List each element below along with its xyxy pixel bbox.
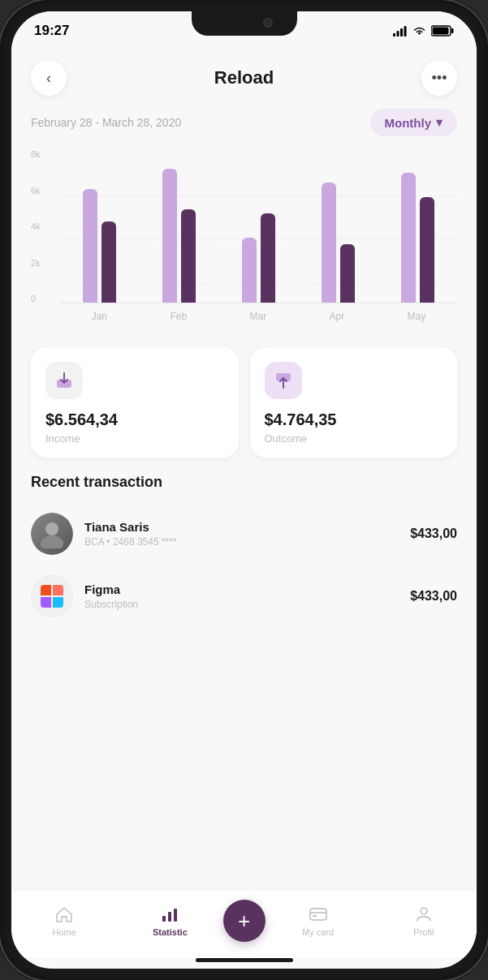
figma-color-4 xyxy=(53,597,63,608)
nav-label-mycard: My card xyxy=(302,927,334,937)
bar-group-mar xyxy=(242,213,275,303)
svg-rect-12 xyxy=(168,912,171,922)
svg-rect-5 xyxy=(451,28,454,33)
more-button[interactable]: ••• xyxy=(421,60,457,96)
figma-color-2 xyxy=(53,585,63,595)
bottom-nav: Home Statistic + My card xyxy=(11,889,477,958)
person-silhouette xyxy=(39,519,65,548)
svg-rect-14 xyxy=(310,909,326,920)
transaction-item-tiana[interactable]: Tiana Saris BCA • 2468 3545 **** $433,00 xyxy=(11,502,477,565)
outcome-amount: $4.764,35 xyxy=(265,410,443,429)
figma-color-3 xyxy=(41,597,51,608)
home-indicator xyxy=(196,958,293,962)
x-label-feb: Feb xyxy=(170,311,187,322)
svg-rect-13 xyxy=(174,909,177,922)
x-label-apr: Apr xyxy=(330,311,345,322)
bar-group-jan xyxy=(83,189,116,303)
income-icon-wrap xyxy=(45,362,83,399)
chart-bars xyxy=(60,149,457,303)
outcome-card: $4.764,35 Outcome xyxy=(250,347,458,458)
battery-icon xyxy=(431,25,454,37)
y-label-2k: 2k xyxy=(31,258,55,268)
bar-may-dark xyxy=(420,197,434,303)
figma-amount: $433,00 xyxy=(410,589,457,604)
outcome-label: Outcome xyxy=(265,432,443,445)
front-camera xyxy=(263,18,273,28)
bar-mar-light xyxy=(242,238,257,303)
svg-rect-6 xyxy=(433,28,449,35)
plus-icon: + xyxy=(238,909,250,934)
phone-frame: 19:27 xyxy=(0,0,488,980)
bar-jan-light xyxy=(83,189,97,303)
recent-transactions-title: Recent transaction xyxy=(11,474,477,502)
chart-x-labels: Jan Feb Mar Apr May xyxy=(60,305,457,328)
y-label-0: 0 xyxy=(31,294,55,303)
tiana-amount: $433,00 xyxy=(410,527,457,541)
svg-rect-16 xyxy=(313,915,317,917)
outcome-icon-wrap xyxy=(265,362,302,399)
phone-screen: 19:27 xyxy=(11,11,477,969)
svg-point-9 xyxy=(45,522,58,535)
back-button[interactable]: ‹ xyxy=(31,60,67,96)
page-title: Reload xyxy=(214,67,274,88)
status-icons xyxy=(393,25,454,37)
nav-item-mycard[interactable]: My card xyxy=(266,905,371,937)
bar-group-apr xyxy=(322,183,355,303)
profile-icon xyxy=(414,905,434,924)
notch xyxy=(192,11,297,36)
nav-label-home: Home xyxy=(52,927,76,937)
signal-icon xyxy=(393,26,408,37)
page-header: ‹ Reload ••• xyxy=(11,52,477,109)
bar-chart: 0 2k 4k 6k 8k xyxy=(31,149,457,328)
tiana-info: Tiana Saris BCA • 2468 3545 **** xyxy=(84,520,399,548)
svg-point-17 xyxy=(421,908,427,914)
x-label-jan: Jan xyxy=(92,311,107,322)
wifi-icon xyxy=(412,26,426,37)
income-label: Income xyxy=(45,432,224,445)
y-label-6k: 6k xyxy=(31,186,55,196)
bar-feb-light xyxy=(162,169,177,303)
nav-label-profil: Profil xyxy=(413,927,434,937)
figma-info: Figma Subscription xyxy=(84,582,399,610)
nav-item-statistic[interactable]: Statistic xyxy=(117,905,222,937)
bar-may-light xyxy=(401,173,416,303)
figma-name: Figma xyxy=(84,582,399,596)
chevron-down-icon: ▾ xyxy=(436,115,443,130)
bar-mar-dark xyxy=(261,213,275,303)
figma-sub: Subscription xyxy=(84,599,399,610)
chart-container: 0 2k 4k 6k 8k xyxy=(11,149,477,344)
svg-point-10 xyxy=(41,535,63,548)
outcome-icon xyxy=(274,372,292,389)
home-icon xyxy=(54,905,74,924)
svg-rect-0 xyxy=(393,33,395,37)
bar-apr-light xyxy=(322,183,336,303)
chart-y-labels: 0 2k 4k 6k 8k xyxy=(31,149,55,303)
nav-add-button[interactable]: + xyxy=(223,900,266,942)
card-icon xyxy=(309,905,328,924)
nav-item-home[interactable]: Home xyxy=(11,905,117,937)
x-label-mar: Mar xyxy=(249,311,266,322)
period-button[interactable]: Monthly ▾ xyxy=(370,109,458,136)
svg-rect-1 xyxy=(397,31,399,37)
income-icon xyxy=(55,372,73,389)
period-label: Monthly xyxy=(385,116,432,130)
figma-logo xyxy=(41,585,63,608)
date-filter: February 28 - March 28, 2020 Monthly ▾ xyxy=(11,109,477,149)
income-card: $6.564,34 Income xyxy=(31,347,239,458)
income-amount: $6.564,34 xyxy=(45,410,224,429)
figma-color-1 xyxy=(41,585,51,595)
nav-label-statistic: Statistic xyxy=(153,927,188,937)
bar-feb-dark xyxy=(181,209,196,303)
svg-rect-11 xyxy=(162,916,166,922)
svg-rect-2 xyxy=(400,28,403,37)
nav-item-profil[interactable]: Profil xyxy=(371,905,477,937)
transaction-item-figma[interactable]: Figma Subscription $433,00 xyxy=(11,565,477,627)
x-label-may: May xyxy=(408,311,426,322)
summary-cards: $6.564,34 Income $4.764,35 Outcome xyxy=(11,344,477,474)
y-label-4k: 4k xyxy=(31,221,55,231)
y-label-8k: 8k xyxy=(31,149,55,159)
bar-group-may xyxy=(401,173,434,303)
tiana-name: Tiana Saris xyxy=(84,520,399,534)
date-range: February 28 - March 28, 2020 xyxy=(31,116,181,129)
statistic-icon xyxy=(160,905,179,924)
